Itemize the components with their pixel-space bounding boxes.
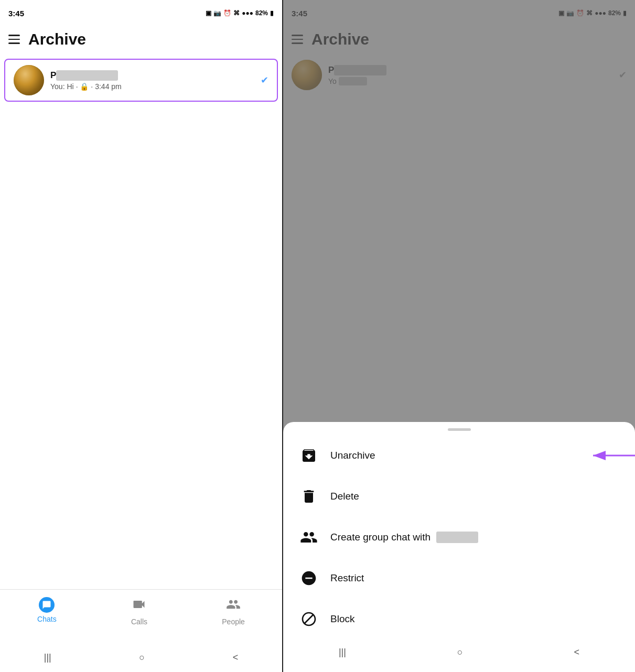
left-chat-meta: ✔ [261, 74, 268, 86]
restrict-label: Restrict [330, 572, 364, 584]
unarchive-label: Unarchive [330, 450, 375, 461]
delete-icon [298, 485, 320, 507]
unarchive-menu-item[interactable]: Unarchive [283, 435, 635, 476]
recent-apps-btn[interactable]: ||| [44, 652, 51, 663]
hamburger-icon[interactable] [8, 35, 20, 44]
photo-icon: 📷 [213, 9, 221, 17]
back-btn[interactable]: < [233, 652, 239, 663]
right-home-btn[interactable]: ○ [457, 647, 463, 658]
left-nav-chats[interactable]: Chats [37, 597, 57, 623]
left-chat-preview: You: Hi · 🔒 · 3:44 pm [50, 82, 254, 91]
sheet-handle [448, 428, 471, 431]
battery-icon: ▮ [270, 9, 274, 17]
create-group-label: Create group chat with [330, 532, 478, 544]
right-panel: 3:45 ▣ 📷 ⏰ ⌘ ●●● 82% ▮ Archive [283, 0, 635, 672]
left-chat-name-blurred [56, 70, 118, 81]
block-icon [298, 608, 320, 630]
left-archive-title: Archive [28, 30, 86, 48]
delete-label: Delete [330, 491, 359, 502]
battery-text: 82% [255, 9, 268, 17]
alarm-icon: ⏰ [223, 9, 231, 17]
left-header: Archive [0, 26, 282, 55]
block-menu-item[interactable]: Block [283, 599, 635, 640]
unarchive-icon [298, 445, 320, 467]
right-recent-apps-btn[interactable]: ||| [339, 647, 346, 658]
restrict-menu-item[interactable]: Restrict [283, 558, 635, 599]
left-avatar [14, 65, 44, 95]
chat-bubble-icon [39, 597, 55, 613]
people-icon [226, 597, 241, 615]
read-receipt-icon: ✔ [261, 74, 268, 86]
left-chats-label: Chats [37, 615, 57, 623]
restrict-icon [298, 567, 320, 589]
bottom-sheet: Unarchive Delete [283, 422, 635, 672]
right-back-btn[interactable]: < [574, 647, 580, 658]
instagram-icon: ▣ [206, 9, 211, 17]
left-nav-people[interactable]: People [222, 597, 245, 626]
left-panel: 3:45 ▣ 📷 ⏰ ⌘ ●●● 82% ▮ Archive P [0, 0, 283, 672]
left-time: 3:45 [8, 9, 24, 18]
left-status-icons: ▣ 📷 ⏰ ⌘ ●●● 82% ▮ [206, 9, 274, 17]
create-group-menu-item[interactable]: Create group chat with [283, 517, 635, 558]
signal-icon: ●●● [242, 9, 253, 17]
left-chat-item[interactable]: P You: Hi · 🔒 · 3:44 pm ✔ [4, 59, 278, 102]
left-chat-info: P You: Hi · 🔒 · 3:44 pm [50, 70, 254, 91]
left-system-bar: ||| ○ < [0, 647, 282, 672]
create-group-name-blurred [436, 532, 478, 543]
left-status-bar: 3:45 ▣ 📷 ⏰ ⌘ ●●● 82% ▮ [0, 0, 282, 26]
left-nav-calls[interactable]: Calls [131, 597, 147, 626]
lock-icon: · 🔒 · [76, 82, 93, 91]
left-bottom-nav: Chats Calls People [0, 589, 282, 647]
left-people-label: People [222, 617, 245, 626]
wifi-icon: ⌘ [233, 9, 240, 17]
left-calls-label: Calls [131, 617, 147, 626]
right-system-bar: ||| ○ < [283, 642, 635, 667]
left-chat-name: P [50, 70, 254, 81]
left-chat-list: P You: Hi · 🔒 · 3:44 pm ✔ [0, 55, 282, 589]
video-call-icon [132, 597, 146, 615]
block-label: Block [330, 613, 354, 625]
delete-menu-item[interactable]: Delete [283, 476, 635, 517]
group-icon [298, 526, 320, 548]
unarchive-arrow [583, 445, 635, 466]
home-btn[interactable]: ○ [139, 652, 145, 663]
